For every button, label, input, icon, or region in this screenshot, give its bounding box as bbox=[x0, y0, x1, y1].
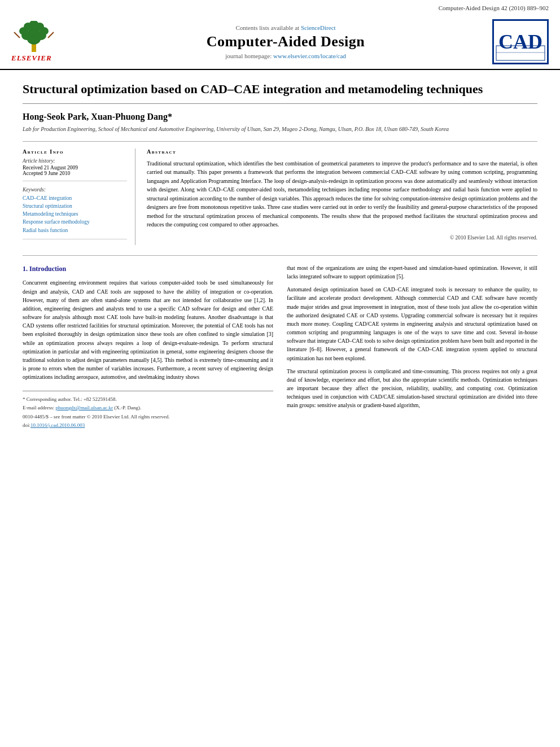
body-two-columns: 1. Introduction Concurrent engineering e… bbox=[23, 264, 537, 431]
svg-rect-12 bbox=[496, 46, 545, 60]
section-divider bbox=[23, 255, 537, 256]
citation-text: Computer-Aided Design 42 (2010) 889–902 bbox=[439, 5, 549, 11]
homepage-url-link[interactable]: www.elsevier.com/locate/cad bbox=[273, 53, 346, 59]
intro-paragraph-3: Automated design optimization based on C… bbox=[287, 285, 537, 362]
elsevier-logo: ELSEVIER bbox=[11, 21, 79, 63]
email-link[interactable]: phuongdx@mail.ulsan.ac.kr bbox=[55, 405, 113, 410]
article-history: Article history: Received 21 August 2009… bbox=[23, 158, 127, 181]
copyright-line: © 2010 Elsevier Ltd. All rights reserved… bbox=[147, 235, 537, 241]
section1-heading: 1. Introduction bbox=[23, 264, 273, 274]
authors-text: Hong-Seok Park, Xuan-Phuong Dang* bbox=[23, 112, 172, 121]
footnote-email: E-mail address: phuongdx@mail.ulsan.ac.k… bbox=[23, 404, 273, 412]
footnote-star: * Corresponding author. Tel.: +82 522591… bbox=[23, 396, 273, 403]
journal-header: Computer-Aided Design 42 (2010) 889–902 bbox=[0, 0, 560, 70]
journal-title: Computer-Aided Design bbox=[79, 33, 492, 50]
elsevier-tree-icon bbox=[11, 21, 56, 54]
body-col-right: that most of the organizations are using… bbox=[287, 264, 537, 431]
accepted-date: Accepted 9 June 2010 bbox=[23, 171, 127, 176]
intro-paragraph-1: Concurrent engineering environment requi… bbox=[23, 278, 273, 381]
science-direct-line: Contents lists available at ScienceDirec… bbox=[79, 24, 492, 31]
article-info-panel: Article Info Article history: Received 2… bbox=[23, 148, 135, 245]
article-info-title: Article Info bbox=[23, 148, 127, 155]
svg-rect-0 bbox=[32, 43, 36, 52]
paper-title: Structural optimization based on CAD–CAE… bbox=[23, 81, 537, 104]
history-label: Article history: bbox=[23, 158, 127, 164]
keyword-2: Structural optimization bbox=[23, 202, 127, 210]
received-date: Received 21 August 2009 bbox=[23, 165, 127, 171]
keyword-5: Radial basis function bbox=[23, 226, 127, 234]
citation-line: Computer-Aided Design 42 (2010) 889–902 bbox=[11, 5, 549, 11]
article-info-abstract: Article Info Article history: Received 2… bbox=[23, 141, 537, 245]
keyword-3: Metamodeling techniques bbox=[23, 210, 127, 218]
page-container: Computer-Aided Design 42 (2010) 889–902 bbox=[0, 0, 560, 442]
header-center: Contents lists available at ScienceDirec… bbox=[79, 24, 492, 59]
footnote-doi: doi:10.1016/j.cad.2010.06.003 bbox=[23, 422, 273, 429]
cad-logo-decoration bbox=[495, 45, 546, 62]
authors: Hong-Seok Park, Xuan-Phuong Dang* bbox=[23, 112, 537, 122]
keyword-1: CAD–CAE integration bbox=[23, 194, 127, 202]
doi-link[interactable]: 10.1016/j.cad.2010.06.003 bbox=[30, 422, 85, 428]
abstract-text: Traditional structural optimization, whi… bbox=[147, 159, 537, 229]
abstract-title: Abstract bbox=[147, 148, 537, 155]
homepage-line: journal homepage: www.elsevier.com/locat… bbox=[79, 53, 492, 59]
cad-logo-box: CAD bbox=[492, 19, 549, 64]
body-col-left: 1. Introduction Concurrent engineering e… bbox=[23, 264, 273, 431]
footnote-issn: 0010-4485/$ – see front matter © 2010 El… bbox=[23, 413, 273, 421]
footnote-area: * Corresponding author. Tel.: +82 522591… bbox=[23, 391, 273, 429]
keywords-label: Keywords: bbox=[23, 187, 127, 193]
svg-line-10 bbox=[14, 32, 20, 38]
science-direct-link[interactable]: ScienceDirect bbox=[301, 24, 336, 31]
keyword-4: Response surface methodology bbox=[23, 218, 127, 226]
header-main: ELSEVIER Contents lists available at Sci… bbox=[11, 15, 549, 69]
svg-line-11 bbox=[48, 32, 54, 38]
keywords-section: Keywords: CAD–CAE integration Structural… bbox=[23, 187, 127, 239]
abstract-section: Abstract Traditional structural optimiza… bbox=[147, 148, 537, 245]
content-area: Structural optimization based on CAD–CAE… bbox=[0, 70, 560, 442]
intro-paragraph-4: The structural optimization process is c… bbox=[287, 367, 537, 410]
intro-paragraph-2: that most of the organizations are using… bbox=[287, 264, 537, 281]
affiliation: Lab for Production Engineering, School o… bbox=[23, 125, 537, 133]
elsevier-brand: ELSEVIER bbox=[11, 54, 52, 63]
